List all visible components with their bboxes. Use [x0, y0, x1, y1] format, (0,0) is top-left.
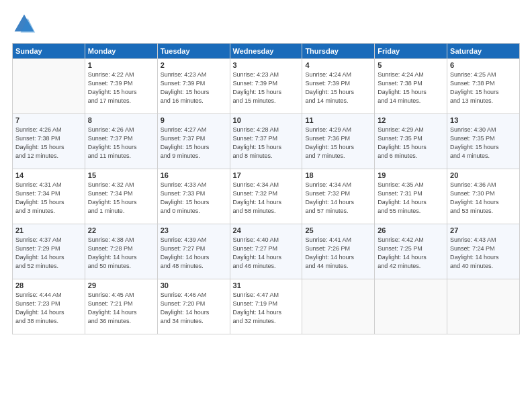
day-cell: 20Sunrise: 4:36 AM Sunset: 7:30 PM Dayli…	[447, 169, 520, 224]
header	[12, 12, 520, 36]
day-info: Sunrise: 4:24 AM Sunset: 7:39 PM Dayligh…	[305, 71, 371, 105]
day-number: 30	[161, 281, 227, 289]
day-number: 27	[450, 226, 517, 234]
day-cell: 11Sunrise: 4:29 AM Sunset: 7:36 PM Dayli…	[302, 114, 375, 169]
day-info: Sunrise: 4:22 AM Sunset: 7:39 PM Dayligh…	[88, 71, 154, 105]
week-row-1: 1Sunrise: 4:22 AM Sunset: 7:39 PM Daylig…	[13, 59, 520, 114]
day-cell	[13, 59, 85, 114]
day-cell: 17Sunrise: 4:34 AM Sunset: 7:32 PM Dayli…	[230, 169, 302, 224]
day-cell: 21Sunrise: 4:37 AM Sunset: 7:29 PM Dayli…	[13, 224, 85, 279]
day-cell: 10Sunrise: 4:28 AM Sunset: 7:37 PM Dayli…	[230, 114, 302, 169]
day-number: 22	[88, 226, 154, 234]
day-info: Sunrise: 4:24 AM Sunset: 7:38 PM Dayligh…	[378, 71, 444, 105]
day-number: 8	[88, 116, 154, 124]
day-info: Sunrise: 4:40 AM Sunset: 7:27 PM Dayligh…	[233, 236, 300, 271]
day-info: Sunrise: 4:34 AM Sunset: 7:32 PM Dayligh…	[233, 181, 300, 216]
day-number: 5	[378, 61, 444, 69]
day-number: 17	[233, 171, 300, 179]
day-info: Sunrise: 4:27 AM Sunset: 7:37 PM Dayligh…	[161, 126, 227, 161]
day-info: Sunrise: 4:37 AM Sunset: 7:29 PM Dayligh…	[15, 236, 82, 271]
week-row-2: 7Sunrise: 4:26 AM Sunset: 7:38 PM Daylig…	[13, 114, 520, 169]
day-number: 16	[161, 171, 227, 179]
day-cell: 8Sunrise: 4:26 AM Sunset: 7:37 PM Daylig…	[85, 114, 157, 169]
day-cell	[375, 279, 447, 334]
weekday-monday: Monday	[85, 44, 157, 59]
logo	[12, 12, 40, 36]
day-info: Sunrise: 4:44 AM Sunset: 7:23 PM Dayligh…	[15, 291, 82, 326]
day-number: 23	[161, 226, 227, 234]
day-number: 15	[88, 171, 154, 179]
day-cell: 19Sunrise: 4:35 AM Sunset: 7:31 PM Dayli…	[375, 169, 447, 224]
day-info: Sunrise: 4:35 AM Sunset: 7:31 PM Dayligh…	[378, 181, 444, 216]
weekday-thursday: Thursday	[302, 44, 375, 59]
day-number: 26	[378, 226, 444, 234]
day-info: Sunrise: 4:29 AM Sunset: 7:35 PM Dayligh…	[378, 126, 444, 161]
day-info: Sunrise: 4:23 AM Sunset: 7:39 PM Dayligh…	[233, 71, 300, 105]
day-info: Sunrise: 4:42 AM Sunset: 7:25 PM Dayligh…	[378, 236, 444, 271]
day-info: Sunrise: 4:43 AM Sunset: 7:24 PM Dayligh…	[450, 236, 517, 271]
week-row-4: 21Sunrise: 4:37 AM Sunset: 7:29 PM Dayli…	[13, 224, 520, 279]
day-number: 9	[161, 116, 227, 124]
week-row-3: 14Sunrise: 4:31 AM Sunset: 7:34 PM Dayli…	[13, 169, 520, 224]
weekday-header-row: SundayMondayTuesdayWednesdayThursdayFrid…	[13, 44, 520, 59]
day-info: Sunrise: 4:36 AM Sunset: 7:30 PM Dayligh…	[450, 181, 517, 216]
day-cell: 28Sunrise: 4:44 AM Sunset: 7:23 PM Dayli…	[13, 279, 85, 334]
week-row-5: 28Sunrise: 4:44 AM Sunset: 7:23 PM Dayli…	[13, 279, 520, 334]
day-number: 28	[15, 281, 82, 289]
day-cell: 22Sunrise: 4:38 AM Sunset: 7:28 PM Dayli…	[85, 224, 157, 279]
day-number: 7	[15, 116, 82, 124]
day-number: 29	[88, 281, 154, 289]
day-info: Sunrise: 4:29 AM Sunset: 7:36 PM Dayligh…	[305, 126, 371, 161]
day-number: 2	[161, 61, 227, 69]
logo-icon	[12, 12, 36, 36]
page: SundayMondayTuesdayWednesdayThursdayFrid…	[0, 0, 532, 411]
day-cell: 27Sunrise: 4:43 AM Sunset: 7:24 PM Dayli…	[447, 224, 520, 279]
day-info: Sunrise: 4:25 AM Sunset: 7:38 PM Dayligh…	[450, 71, 517, 105]
day-cell: 4Sunrise: 4:24 AM Sunset: 7:39 PM Daylig…	[302, 59, 375, 114]
day-cell: 7Sunrise: 4:26 AM Sunset: 7:38 PM Daylig…	[13, 114, 85, 169]
weekday-sunday: Sunday	[13, 44, 85, 59]
day-info: Sunrise: 4:31 AM Sunset: 7:34 PM Dayligh…	[15, 181, 82, 216]
day-info: Sunrise: 4:41 AM Sunset: 7:26 PM Dayligh…	[305, 236, 371, 271]
weekday-wednesday: Wednesday	[230, 44, 302, 59]
day-cell: 25Sunrise: 4:41 AM Sunset: 7:26 PM Dayli…	[302, 224, 375, 279]
day-info: Sunrise: 4:32 AM Sunset: 7:34 PM Dayligh…	[88, 181, 154, 216]
day-cell	[447, 279, 520, 334]
day-number: 10	[233, 116, 300, 124]
day-cell	[302, 279, 375, 334]
day-info: Sunrise: 4:26 AM Sunset: 7:37 PM Dayligh…	[88, 126, 154, 161]
day-number: 3	[233, 61, 300, 69]
day-number: 13	[450, 116, 517, 124]
day-cell: 5Sunrise: 4:24 AM Sunset: 7:38 PM Daylig…	[375, 59, 447, 114]
day-info: Sunrise: 4:33 AM Sunset: 7:33 PM Dayligh…	[161, 181, 227, 216]
day-cell: 30Sunrise: 4:46 AM Sunset: 7:20 PM Dayli…	[157, 279, 230, 334]
day-cell: 23Sunrise: 4:39 AM Sunset: 7:27 PM Dayli…	[157, 224, 230, 279]
day-number: 14	[15, 171, 82, 179]
day-cell: 3Sunrise: 4:23 AM Sunset: 7:39 PM Daylig…	[230, 59, 302, 114]
day-cell: 2Sunrise: 4:23 AM Sunset: 7:39 PM Daylig…	[157, 59, 230, 114]
day-number: 1	[88, 61, 154, 69]
day-cell: 14Sunrise: 4:31 AM Sunset: 7:34 PM Dayli…	[13, 169, 85, 224]
day-info: Sunrise: 4:46 AM Sunset: 7:20 PM Dayligh…	[161, 291, 227, 326]
day-cell: 29Sunrise: 4:45 AM Sunset: 7:21 PM Dayli…	[85, 279, 157, 334]
day-number: 12	[378, 116, 444, 124]
day-number: 18	[305, 171, 371, 179]
day-number: 25	[305, 226, 371, 234]
weekday-saturday: Saturday	[447, 44, 520, 59]
day-number: 24	[233, 226, 300, 234]
calendar-table: SundayMondayTuesdayWednesdayThursdayFrid…	[12, 43, 520, 334]
day-info: Sunrise: 4:30 AM Sunset: 7:35 PM Dayligh…	[450, 126, 517, 161]
weekday-tuesday: Tuesday	[157, 44, 230, 59]
day-cell: 1Sunrise: 4:22 AM Sunset: 7:39 PM Daylig…	[85, 59, 157, 114]
day-cell: 9Sunrise: 4:27 AM Sunset: 7:37 PM Daylig…	[157, 114, 230, 169]
day-info: Sunrise: 4:28 AM Sunset: 7:37 PM Dayligh…	[233, 126, 300, 161]
day-number: 4	[305, 61, 371, 69]
day-info: Sunrise: 4:23 AM Sunset: 7:39 PM Dayligh…	[161, 71, 227, 105]
day-number: 6	[450, 61, 517, 69]
day-info: Sunrise: 4:47 AM Sunset: 7:19 PM Dayligh…	[233, 291, 300, 326]
weekday-friday: Friday	[375, 44, 447, 59]
day-info: Sunrise: 4:34 AM Sunset: 7:32 PM Dayligh…	[305, 181, 371, 216]
day-cell: 18Sunrise: 4:34 AM Sunset: 7:32 PM Dayli…	[302, 169, 375, 224]
day-cell: 15Sunrise: 4:32 AM Sunset: 7:34 PM Dayli…	[85, 169, 157, 224]
day-cell: 24Sunrise: 4:40 AM Sunset: 7:27 PM Dayli…	[230, 224, 302, 279]
